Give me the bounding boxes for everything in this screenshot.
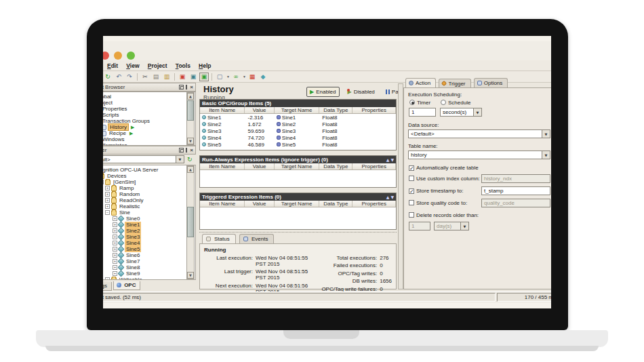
table-row[interactable]: Sine3 59.659 Sine3 Float8 [200, 127, 396, 134]
close-panel-icon[interactable]: × [190, 85, 193, 89]
tab-status[interactable]: Status [202, 234, 236, 243]
auto-create-checkbox[interactable]: ✓Automatically create table [409, 165, 479, 171]
tree-item-global[interactable]: Global [103, 94, 195, 100]
tree-item-sine4[interactable]: +Sine4 [103, 240, 195, 246]
tree-item-project[interactable]: Project [103, 100, 195, 106]
col-value[interactable]: Value [245, 107, 274, 113]
tab-trigger[interactable]: Trigger [439, 79, 470, 88]
schedule-radio[interactable]: Schedule [441, 100, 470, 106]
zoom-traffic-light-icon[interactable] [127, 52, 135, 60]
tab-action[interactable]: Action [405, 78, 436, 87]
tree-item-windows[interactable]: Windows [103, 136, 195, 142]
col-data-type[interactable]: Data Type [319, 107, 353, 113]
close-panel-icon[interactable]: × [190, 148, 193, 153]
close-traffic-light-icon[interactable] [103, 52, 109, 60]
refresh-icon[interactable]: ↻ [187, 156, 193, 163]
project-tree-scrollbar[interactable]: ▲▼ [186, 92, 195, 145]
tree-item-sine2[interactable]: +Sine2 [103, 228, 195, 234]
opc-server-combobox[interactable]: <Default>▼ [103, 155, 184, 163]
float-panel-icon[interactable] [179, 85, 184, 89]
tree-item-gensim[interactable]: −[GenSim] [103, 179, 195, 185]
tree-item-realistic[interactable]: +Realistic [103, 203, 195, 209]
tree-item-scripts[interactable]: Scripts [103, 112, 195, 118]
menu-view[interactable]: View [123, 60, 142, 69]
tree-item-sine9[interactable]: +Sine9 [103, 270, 195, 277]
tab-opc[interactable]: OPC [113, 281, 140, 290]
tree-item-sine5[interactable]: +Sine5 [103, 246, 195, 252]
delete-older-checkbox[interactable]: Delete records older than: [409, 212, 479, 218]
chevron-down-icon[interactable]: ▼ [226, 75, 230, 79]
col-properties[interactable]: Properties [353, 201, 396, 207]
menu-project[interactable]: Project [144, 60, 171, 69]
move-down-icon[interactable]: ▼ [390, 195, 394, 199]
quality-code-input[interactable]: quality_code [481, 199, 550, 207]
store-timestamp-checkbox[interactable]: ✓Store timestamp to: [409, 188, 463, 194]
cart-icon[interactable]: ▦ [247, 73, 257, 81]
redo-icon[interactable]: ↷ [125, 73, 134, 81]
undo-icon[interactable]: ↶ [114, 73, 123, 81]
col-target-name[interactable]: Target Name [275, 163, 319, 169]
move-up-icon[interactable]: ▲ [386, 157, 390, 162]
datasource-select[interactable]: <Default>▼ [408, 129, 550, 138]
menu-help[interactable]: Help [195, 60, 214, 69]
enabled-button[interactable]: ▶Enabled [306, 87, 340, 97]
tree-item-random[interactable]: +Random [103, 191, 195, 197]
col-value[interactable]: Value [245, 163, 274, 169]
db-sync-icon[interactable]: ▣ [188, 73, 198, 81]
tree-item-history[interactable]: History▶ [103, 124, 195, 130]
col-properties[interactable]: Properties [353, 107, 396, 113]
delete-unit-select[interactable]: day(s)▼ [434, 222, 469, 230]
tree-item-recipe[interactable]: Recipe▶ [103, 130, 195, 136]
move-down-icon[interactable]: ▼ [390, 157, 394, 162]
tab-events[interactable]: Events [239, 234, 274, 243]
col-target-name[interactable]: Target Name [275, 107, 319, 113]
tree-item-readonly[interactable]: +ReadOnly [103, 197, 195, 203]
timestamp-input[interactable]: t_stamp [481, 186, 550, 195]
db-green-icon[interactable]: ▣ [199, 73, 209, 81]
disabled-button[interactable]: ▶Disabled [345, 87, 378, 96]
menu-edit[interactable]: Edit [104, 60, 121, 69]
minimize-traffic-light-icon[interactable] [114, 52, 122, 60]
interval-input[interactable]: 1 [409, 108, 436, 117]
tree-item-sine1[interactable]: +Sine1 [103, 222, 195, 228]
col-item-name[interactable]: Item Name [200, 163, 245, 169]
interval-unit-select[interactable]: second(s)▼ [440, 108, 482, 117]
table-name-combobox[interactable]: history▼ [408, 150, 550, 159]
tree-item-devices[interactable]: −Devices [103, 173, 195, 179]
cut-icon[interactable]: ✂ [140, 73, 150, 81]
col-target-name[interactable]: Target Name [275, 201, 319, 207]
col-data-type[interactable]: Data Type [319, 201, 353, 207]
custom-index-input[interactable]: history_ndx [481, 174, 550, 183]
tree-item-sine-folder[interactable]: −Sine [103, 209, 195, 216]
tab-tags[interactable]: Tags [103, 282, 112, 291]
col-properties[interactable]: Properties [353, 163, 396, 169]
memory-usage[interactable]: 170 / 455 m [497, 293, 551, 302]
table-row[interactable]: Sine1 -2.316 Sine1 Float8 [200, 114, 396, 121]
tree-item-properties[interactable]: Properties [103, 106, 195, 112]
delete-count-input[interactable]: 1 [409, 222, 430, 230]
menu-tools[interactable]: Tools [172, 60, 194, 69]
link-icon[interactable]: ∞ [231, 73, 241, 81]
col-item-name[interactable]: Item Name [200, 107, 245, 113]
tree-item-opcua-server[interactable]: −Ignition OPC-UA Server [103, 167, 195, 173]
tab-options[interactable]: Options [474, 78, 508, 87]
move-up-icon[interactable]: ▲ [386, 195, 390, 199]
tree-item-sine7[interactable]: +Sine7 [103, 258, 195, 264]
col-data-type[interactable]: Data Type [319, 163, 353, 169]
chevron-down-icon[interactable]: ▼ [243, 75, 246, 79]
window-icon[interactable]: ▢ [215, 73, 224, 81]
custom-index-checkbox[interactable]: Use custom index column: [409, 176, 480, 182]
pin-panel-icon[interactable] [186, 85, 188, 89]
tree-item-sine0[interactable]: +Sine0 [103, 216, 195, 222]
timer-radio[interactable]: Timer [409, 100, 430, 106]
copy-icon[interactable]: ▤ [151, 73, 161, 81]
paste-icon[interactable]: ▥ [162, 73, 172, 81]
tree-item-sine6[interactable]: +Sine6 [103, 252, 195, 258]
tree-item-ramp[interactable]: +Ramp [103, 185, 195, 191]
table-row[interactable]: Sine2 1.672 Sine2 Float8 [200, 121, 396, 127]
splitter-handle[interactable] [199, 232, 397, 233]
db-red-icon[interactable]: ▣ [178, 73, 187, 81]
tree-item-sine3[interactable]: +Sine3 [103, 234, 195, 240]
table-row[interactable]: Sine5 46.589 Sine5 Float8 [200, 141, 396, 148]
col-value[interactable]: Value [245, 201, 274, 207]
